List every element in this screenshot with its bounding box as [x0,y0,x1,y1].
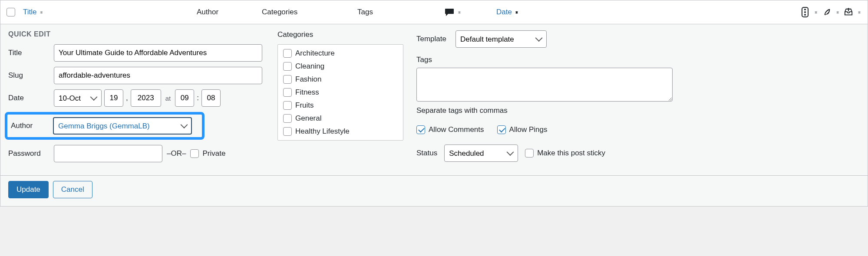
template-select[interactable]: Default template [455,30,547,48]
sort-icon: ▲▼ [814,10,818,14]
private-checkbox[interactable] [190,149,199,158]
quick-edit-categories: Categories Architecture Cleaning Fashion… [277,30,408,167]
tags-label: Tags [416,56,686,64]
allow-pings-label[interactable]: Allow Pings [497,125,548,134]
category-item[interactable]: Architecture [283,49,398,58]
author-select[interactable]: Gemma Briggs (GemmaLB) [53,117,192,135]
category-label: Fitness [295,88,319,97]
select-all-checkbox[interactable] [7,8,15,16]
category-checkbox[interactable] [283,62,292,71]
slug-input[interactable] [54,67,262,84]
allow-comments-text: Allow Comments [429,125,484,134]
template-label: Template [416,35,455,43]
sort-icon: ▲▼ [515,10,519,14]
traffic-light-icon[interactable] [800,7,810,17]
at-label: at [165,95,171,102]
title-label: Title [8,49,54,57]
tags-input[interactable] [416,68,673,102]
sort-icon: ▲▼ [835,10,840,14]
sticky-text: Make this post sticky [537,149,605,158]
allow-comments-checkbox[interactable] [416,125,425,134]
colon-separator: : [197,94,199,102]
quick-edit-heading: QUICK EDIT [8,30,269,38]
category-item[interactable]: Healthy Lifestyle [283,127,398,136]
title-input[interactable] [54,44,262,62]
category-checkbox[interactable] [283,75,292,84]
sort-icon: ▲▼ [457,10,462,14]
category-label: Healthy Lifestyle [295,127,350,136]
category-label: Fashion [295,75,321,84]
category-label: Architecture [295,49,335,58]
minute-input[interactable] [201,89,221,107]
password-input[interactable] [54,145,162,162]
category-item[interactable]: General [283,114,398,123]
svg-point-3 [804,14,806,16]
category-checkbox[interactable] [283,88,292,97]
feather-icon[interactable] [822,7,832,17]
hour-input[interactable] [175,89,194,107]
cancel-button[interactable]: Cancel [53,181,92,198]
sticky-label[interactable]: Make this post sticky [525,149,605,158]
private-checkbox-label[interactable]: Private [190,149,225,158]
allow-pings-text: Allow Pings [509,125,548,134]
year-input[interactable] [131,89,161,107]
date-label: Date [8,94,54,102]
category-item[interactable]: Fashion [283,75,398,84]
category-checkbox[interactable] [283,127,292,136]
categories-list[interactable]: Architecture Cleaning Fashion Fitness Fr… [277,44,403,141]
comments-icon [444,7,455,17]
comma-separator: , [126,94,128,102]
category-item[interactable]: Fitness [283,88,398,97]
or-label: –OR– [167,149,186,158]
column-title-label: Title [23,8,37,16]
quick-edit-right: Template Default template Tags Separate … [416,30,686,167]
table-header: Title ▲▼ Author Categories Tags ▲▼ Date … [0,0,868,24]
quick-edit-actions: Update Cancel [0,176,868,207]
column-tags[interactable]: Tags [357,8,444,16]
column-title[interactable]: Title ▲▼ [23,8,197,16]
month-select[interactable]: 10-Oct [54,89,102,107]
category-checkbox[interactable] [283,101,292,110]
day-input[interactable] [104,89,123,107]
outbox-icon[interactable] [843,7,854,17]
allow-comments-label[interactable]: Allow Comments [416,125,484,134]
column-date-label: Date [496,8,512,16]
category-label: Cleaning [295,62,324,71]
allow-pings-checkbox[interactable] [497,125,506,134]
author-label: Author [11,121,53,130]
svg-point-1 [804,9,806,10]
header-extra-columns: ▲▼ ▲▼ ▲▼ [800,7,864,17]
status-label: Status [416,149,437,158]
quick-edit-left: QUICK EDIT Title Slug Date 10-Oct , at [8,30,269,167]
update-button[interactable]: Update [8,181,49,198]
category-label: General [295,114,321,123]
categories-heading: Categories [277,30,408,39]
password-label: Password [8,149,54,158]
column-categories[interactable]: Categories [262,8,357,16]
quick-edit-panel: QUICK EDIT Title Slug Date 10-Oct , at [0,24,868,176]
category-label: Fruits [295,101,314,110]
column-date[interactable]: Date ▲▼ [496,8,570,16]
svg-point-2 [804,11,806,13]
tags-hint: Separate tags with commas [416,106,686,115]
category-item[interactable]: Fruits [283,101,398,110]
sort-icon: ▲▼ [40,10,44,14]
author-row-highlight: Author Gemma Briggs (GemmaLB) [5,112,205,140]
slug-label: Slug [8,71,54,80]
sort-icon: ▲▼ [857,10,861,14]
category-checkbox[interactable] [283,114,292,123]
category-checkbox[interactable] [283,49,292,58]
sticky-checkbox[interactable] [525,149,534,158]
status-select[interactable]: Scheduled [444,144,518,162]
column-comments[interactable]: ▲▼ [444,7,496,17]
column-author[interactable]: Author [197,8,262,16]
category-item[interactable]: Cleaning [283,62,398,71]
private-text: Private [202,149,225,158]
